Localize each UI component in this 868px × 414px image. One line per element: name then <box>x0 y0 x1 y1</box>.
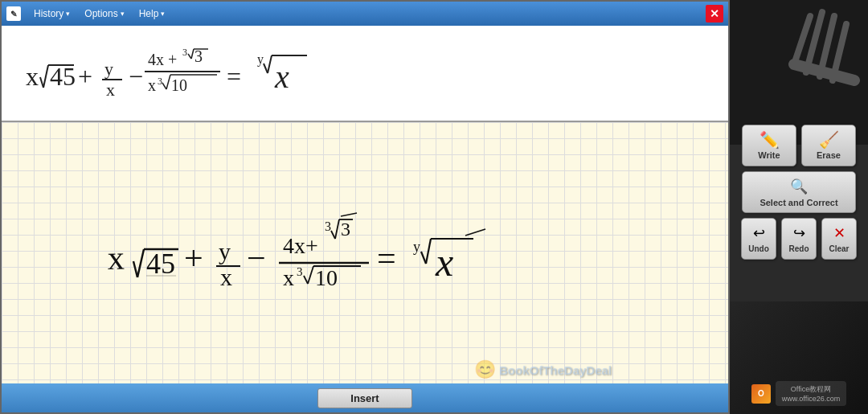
svg-text:y: y <box>104 59 113 79</box>
svg-text:x: x <box>220 264 232 290</box>
bottom-right-panel: O Office教程网 www.office26.com <box>730 301 868 414</box>
svg-text:10: 10 <box>315 265 338 290</box>
redo-button[interactable]: ↪ Redo <box>781 218 817 260</box>
main-window: ✎ History ▾ Options ▾ Help ▾ ✕ x <box>0 0 730 414</box>
clear-icon: ✕ <box>833 224 845 242</box>
close-button[interactable]: ✕ <box>706 5 723 23</box>
svg-line-26 <box>268 55 272 73</box>
undo-button[interactable]: ↩ Undo <box>741 218 776 260</box>
svg-text:3: 3 <box>325 219 331 233</box>
undo-redo-clear-row: ↩ Undo ↪ Redo ✕ Clear <box>741 218 857 260</box>
watermark: 😊 BookOfTheDayDeal <box>474 359 612 380</box>
watermark-emoji: 😊 <box>474 359 496 380</box>
svg-line-43 <box>335 219 339 239</box>
svg-text:y: y <box>413 239 420 255</box>
svg-text:=: = <box>377 240 396 277</box>
svg-line-31 <box>137 249 144 277</box>
formula-svg: x 45 + y x − 4x + 3 3 x <box>18 41 420 105</box>
svg-line-51 <box>308 266 313 284</box>
select-correct-button[interactable]: 🔍 Select and Correct <box>742 171 856 213</box>
right-panel: ✏️ Write 🧹 Erase 🔍 Select and Correct ↩ … <box>730 0 868 414</box>
write-erase-row: ✏️ Write 🧹 Erase <box>742 125 856 166</box>
titlebar: ✎ History ▾ Options ▾ Help ▾ ✕ <box>2 2 728 26</box>
svg-text:y: y <box>219 238 231 264</box>
website-badge: Office教程网 www.office26.com <box>776 381 846 406</box>
svg-text:3: 3 <box>194 47 203 65</box>
handwriting-svg: x 45 + y x − 4x+ 3 <box>92 173 638 334</box>
svg-line-12 <box>188 54 191 59</box>
app-icon: ✎ <box>6 6 21 21</box>
svg-text:3: 3 <box>297 265 303 278</box>
bg-svg <box>730 0 868 145</box>
svg-text:x: x <box>283 265 294 290</box>
svg-line-57 <box>426 239 431 264</box>
svg-text:3: 3 <box>182 47 187 58</box>
menu-options[interactable]: Options ▾ <box>78 6 130 21</box>
svg-text:3: 3 <box>158 76 162 87</box>
svg-text:10: 10 <box>171 76 187 94</box>
handwriting-area[interactable]: x 45 + y x − 4x+ 3 <box>2 122 728 383</box>
svg-text:x: x <box>274 59 289 95</box>
svg-text:45: 45 <box>146 248 175 280</box>
svg-line-50 <box>304 276 308 284</box>
clear-button[interactable]: ✕ Clear <box>821 218 857 260</box>
erase-button[interactable]: 🧹 Erase <box>801 125 856 166</box>
handwriting-content: x 45 + y x − 4x+ 3 <box>2 122 728 383</box>
menu-help[interactable]: Help ▾ <box>133 6 172 21</box>
svg-text:x: x <box>106 80 115 100</box>
select-correct-icon: 🔍 <box>790 178 808 195</box>
office-logo: O <box>751 384 771 404</box>
formula-display: x 45 + y x − 4x + 3 3 x <box>2 26 728 122</box>
svg-line-20 <box>166 75 170 89</box>
redo-icon: ↪ <box>793 224 805 242</box>
svg-line-19 <box>162 83 166 89</box>
svg-line-42 <box>331 231 335 239</box>
svg-text:x: x <box>26 62 39 91</box>
insert-button[interactable]: Insert <box>317 388 411 408</box>
chevron-down-icon: ▾ <box>121 10 125 18</box>
svg-text:3: 3 <box>341 219 350 240</box>
menu-history[interactable]: History ▾ <box>27 6 76 21</box>
background-decoration <box>730 0 868 145</box>
titlebar-menu: History ▾ Options ▾ Help ▾ <box>27 6 171 21</box>
svg-line-25 <box>264 64 268 73</box>
chevron-down-icon: ▾ <box>66 10 70 18</box>
svg-line-45 <box>341 213 357 216</box>
svg-text:+: + <box>184 240 203 277</box>
bottom-bar: Insert <box>2 383 728 412</box>
undo-icon: ↩ <box>753 224 765 242</box>
chevron-down-icon: ▾ <box>161 10 165 18</box>
svg-line-30 <box>133 261 137 277</box>
write-button[interactable]: ✏️ Write <box>742 125 796 166</box>
svg-text:=: = <box>227 62 241 91</box>
svg-text:−: − <box>247 240 266 277</box>
svg-line-2 <box>43 65 48 88</box>
svg-text:+: + <box>78 62 92 91</box>
watermark-text: BookOfTheDayDeal <box>499 363 612 377</box>
svg-text:x: x <box>107 239 125 276</box>
write-icon: ✏️ <box>760 132 780 148</box>
svg-line-13 <box>191 49 194 59</box>
svg-text:y: y <box>257 52 264 67</box>
svg-text:−: − <box>129 62 143 91</box>
svg-line-56 <box>421 252 426 264</box>
svg-text:x: x <box>148 76 156 94</box>
svg-text:x: x <box>435 240 453 285</box>
svg-text:4x+: 4x+ <box>283 233 318 258</box>
erase-icon: 🧹 <box>819 132 839 148</box>
svg-text:4x +: 4x + <box>148 51 177 68</box>
svg-text:45: 45 <box>50 62 76 91</box>
svg-line-59 <box>465 229 485 236</box>
